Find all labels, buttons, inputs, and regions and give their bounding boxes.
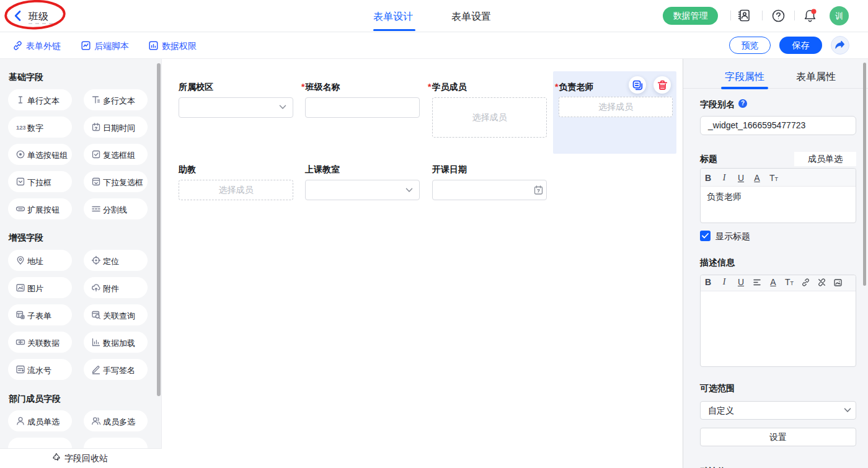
svg-text:123: 123 — [16, 124, 25, 131]
